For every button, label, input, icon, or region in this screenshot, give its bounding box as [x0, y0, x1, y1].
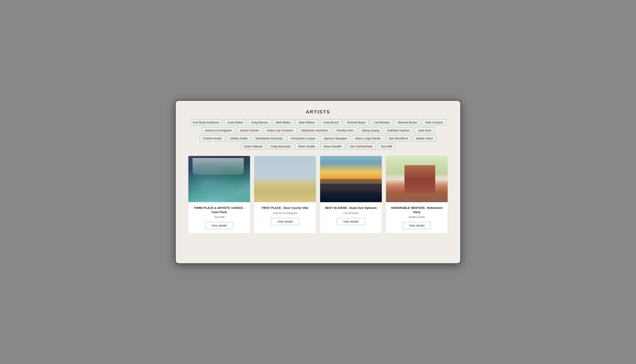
view-details-button[interactable]: View details: [271, 218, 299, 225]
artist-tag[interactable]: Kathleen Hudson: [384, 127, 413, 134]
artist-tag[interactable]: Qiang Huang: [358, 127, 382, 134]
artwork-info: BEST IN SHOW - Dusk Over EphraimCarl Bre…: [320, 202, 382, 233]
artist-tag[interactable]: Kurt Brian Anderson: [190, 119, 222, 126]
artist-tag[interactable]: Shelby Keefe: [227, 135, 251, 142]
artist-tag[interactable]: Jane Hunt: [414, 127, 434, 134]
artist-tag[interactable]: Steve Stauffer: [320, 143, 345, 150]
artist-tag[interactable]: Brian Sindler: [295, 143, 318, 150]
artwork-info: THIRD PLACE & ARTISTS' CHOICE - Cave Poi…: [188, 202, 250, 233]
artist-tag[interactable]: Tara Will: [377, 143, 395, 150]
artist-tag[interactable]: Carla Bosch: [320, 119, 342, 126]
page-title: ARTISTS: [188, 109, 448, 115]
artist-tag[interactable]: Christopher Leeper: [287, 135, 319, 142]
view-details-button[interactable]: View details: [205, 222, 233, 229]
artist-tag[interactable]: Kim VanDerHoek: [347, 143, 376, 150]
artwork-card: FIRST PLACE - Door County VibeJoshua Cun…: [254, 156, 316, 233]
artist-tag[interactable]: Deke Palecek: [241, 143, 266, 150]
view-details-button[interactable]: View details: [337, 218, 365, 225]
artist-tag[interactable]: James Faecke: [236, 127, 262, 134]
artist-tag[interactable]: Stephanie Hartshorn: [298, 127, 332, 134]
artist-tag[interactable]: Brienne Brown: [395, 119, 420, 126]
artwork-title: BEST IN SHOW - Dusk Over Ephraim: [325, 206, 377, 210]
artist-tag[interactable]: Spencer Meagher: [320, 135, 350, 142]
artwork-image-4: [386, 156, 448, 202]
artist-tag[interactable]: Charlie Hunter: [200, 135, 225, 142]
artist-tag[interactable]: Greg Barnes: [248, 119, 271, 126]
artwork-artist: Joshua Cunningham: [272, 212, 298, 214]
artist-tag[interactable]: Timothy Horn: [333, 127, 357, 134]
artwork-artist: Carl Bretzke: [344, 212, 358, 214]
artwork-artist: Tara Will: [214, 216, 224, 218]
artist-tag[interactable]: Richard Boyer: [344, 119, 369, 126]
artist-tag[interactable]: Beth Bathe: [273, 119, 294, 126]
artist-tag[interactable]: Joshua Cunningham: [202, 127, 235, 134]
artwork-card: HONORABLE MENTION - Retirement PartyShel…: [386, 156, 448, 233]
artwork-card: BEST IN SHOW - Dusk Over EphraimCarl Bre…: [320, 156, 382, 233]
artist-tag[interactable]: Dan Mondloch: [386, 135, 411, 142]
view-details-button[interactable]: View details: [403, 222, 430, 229]
artwork-title: HONORABLE MENTION - Retirement Party: [390, 206, 444, 214]
artwork-info: HONORABLE MENTION - Retirement PartyShel…: [386, 202, 448, 233]
artist-tag[interactable]: Mat Barber Kennedy: [252, 135, 286, 142]
artist-tag[interactable]: Debra Joy Groesser: [264, 127, 296, 134]
artwork-card: THIRD PLACE & ARTISTS' CHOICE - Cave Poi…: [188, 156, 250, 233]
artwork-title: FIRST PLACE - Door County Vibe: [262, 206, 308, 210]
artwork-image-3: [320, 156, 382, 202]
artwork-artist: Shelby Keefe: [409, 216, 425, 218]
artwork-title: THIRD PLACE & ARTISTS' CHOICE - Cave Poi…: [192, 206, 246, 214]
artwork-image-2: [254, 156, 316, 202]
main-window: ARTISTS Kurt Brian AndersonSuzie BakerGr…: [175, 100, 461, 264]
artworks-grid: THIRD PLACE & ARTISTS' CHOICE - Cave Poi…: [188, 156, 448, 233]
artwork-image-1: [188, 156, 250, 202]
artist-tag[interactable]: Craig Reynolds: [267, 143, 294, 150]
artwork-info: FIRST PLACE - Door County VibeJoshua Cun…: [254, 202, 316, 233]
artist-tag[interactable]: Carl Bretzke: [370, 119, 393, 126]
artist-tag[interactable]: Zufar Bikbov: [295, 119, 318, 126]
artist-tag[interactable]: Kathie Odom: [413, 135, 436, 142]
artist-tag[interactable]: Suzie Baker: [224, 119, 246, 126]
artist-tag[interactable]: Alison Leigh Menke: [352, 135, 384, 142]
artist-tag[interactable]: Shar Coulson: [422, 119, 446, 126]
artist-tags-container: Kurt Brian AndersonSuzie BakerGreg Barne…: [188, 119, 448, 150]
